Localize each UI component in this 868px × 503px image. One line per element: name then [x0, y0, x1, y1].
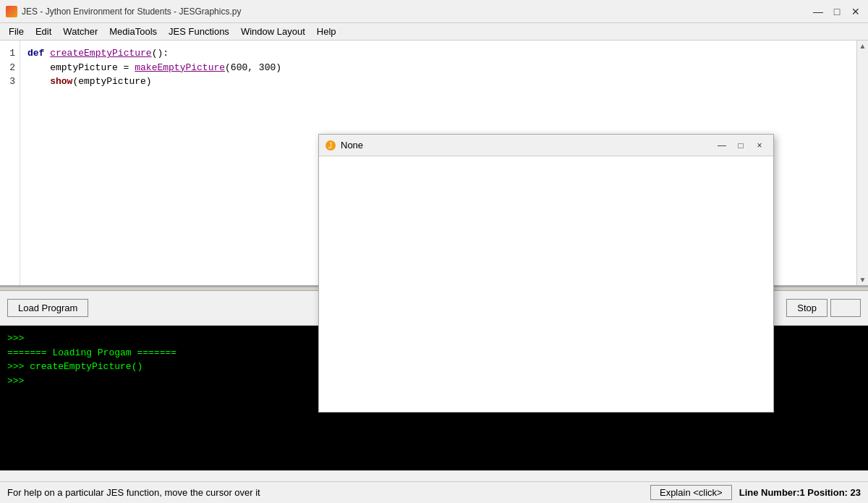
extra-button[interactable] — [830, 299, 861, 317]
stop-button[interactable]: Stop — [786, 299, 827, 317]
line-number: 3 — [4, 75, 15, 89]
line-numbers: 1 2 3 — [0, 41, 20, 285]
float-title-text: None — [341, 140, 363, 151]
menu-mediatools[interactable]: MediaTools — [103, 25, 163, 38]
menu-help[interactable]: Help — [311, 25, 342, 38]
title-left: JES - Jython Environment for Students - … — [6, 6, 241, 17]
minimize-button[interactable]: — — [812, 5, 825, 18]
app-icon — [6, 6, 17, 17]
menu-file[interactable]: File — [3, 25, 30, 38]
float-close-button[interactable]: × — [752, 138, 767, 153]
menu-bar: File Edit Watcher MediaTools JES Functio… — [0, 23, 868, 41]
float-content — [319, 156, 773, 412]
status-right: Explain <click> Line Number:1 Position: … — [650, 485, 861, 500]
code-line-1: def createEmptyPicture(): — [27, 46, 849, 61]
menu-edit[interactable]: Edit — [30, 25, 57, 38]
float-minimize-button[interactable]: — — [714, 138, 730, 153]
close-button[interactable]: ✕ — [849, 5, 862, 18]
title-bar: JES - Jython Environment for Students - … — [0, 0, 868, 23]
float-maximize-button[interactable]: □ — [733, 138, 749, 153]
float-icon: J — [325, 140, 336, 151]
line-position: Line Number:1 Position: 23 — [739, 487, 861, 498]
status-help-text: For help on a particular JES function, m… — [7, 487, 260, 498]
title-text: JES - Jython Environment for Students - … — [22, 7, 241, 17]
line-number: 1 — [4, 46, 15, 61]
float-title-bar: J None — □ × — [319, 135, 773, 156]
maximize-button[interactable]: □ — [830, 5, 843, 18]
menu-windowlayout[interactable]: Window Layout — [235, 25, 311, 38]
float-window: J None — □ × — [318, 134, 774, 413]
line-number: 2 — [4, 61, 15, 75]
menu-watcher[interactable]: Watcher — [57, 25, 103, 38]
vertical-scrollbar[interactable] — [856, 41, 868, 285]
status-bar: For help on a particular JES function, m… — [0, 481, 868, 503]
code-line-2: emptyPicture = makeEmptyPicture(600, 300… — [27, 61, 849, 75]
svg-text:J: J — [328, 142, 332, 150]
float-controls: — □ × — [714, 138, 767, 153]
title-controls: — □ ✕ — [812, 5, 862, 18]
explain-button[interactable]: Explain <click> — [650, 485, 732, 500]
float-title-left: J None — [325, 140, 363, 151]
menu-jesfunctions[interactable]: JES Functions — [163, 25, 235, 38]
code-line-3: show(emptyPicture) — [27, 75, 849, 89]
load-program-button[interactable]: Load Program — [7, 299, 88, 317]
